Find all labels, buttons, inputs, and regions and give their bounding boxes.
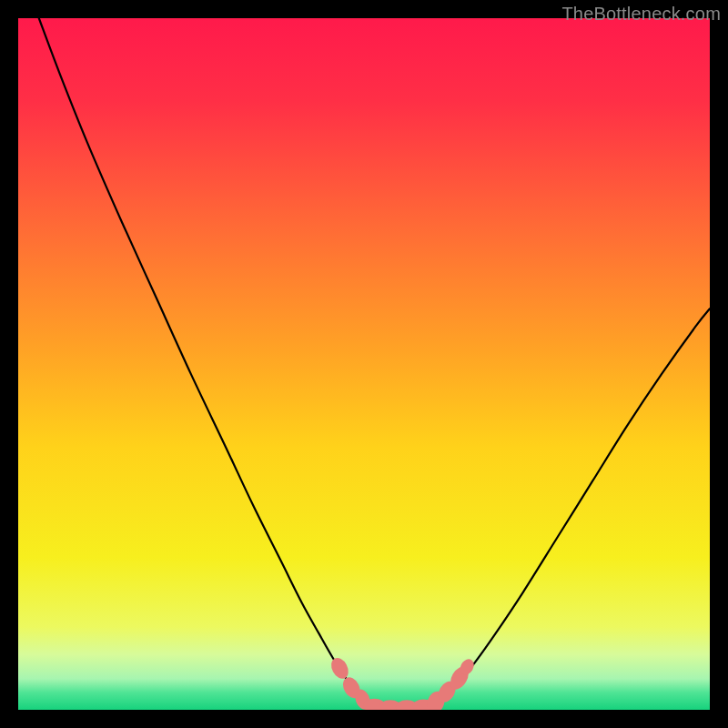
gradient-background xyxy=(18,18,710,710)
bottleneck-chart xyxy=(18,18,710,710)
watermark-text: TheBottleneck.com xyxy=(561,4,721,25)
